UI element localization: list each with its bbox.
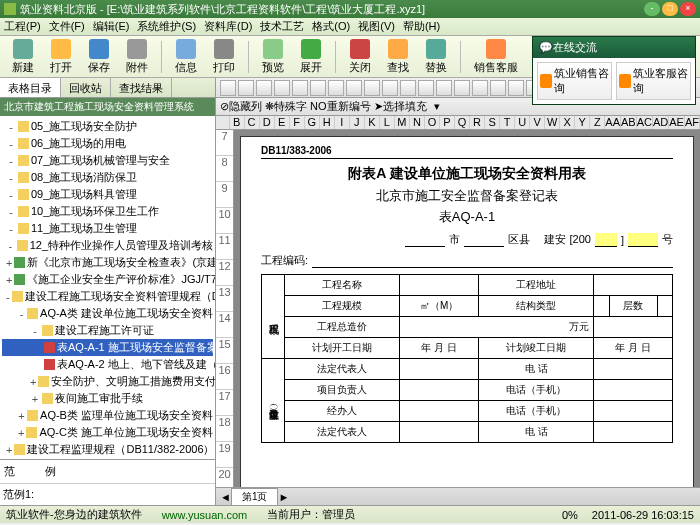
menu-item[interactable]: 系统维护(S) [137,19,196,34]
tool-保存[interactable]: 保存 [82,37,116,77]
tree-node[interactable]: +AQ-C类 施工单位施工现场安全资料 [2,424,213,441]
tree-toggle-icon[interactable]: + [30,393,40,405]
format-button[interactable] [328,80,344,96]
tree-node[interactable]: +建设工程监理规程（DB11/382-2006） [2,441,213,458]
tree-toggle-icon[interactable]: - [6,138,16,150]
format-button[interactable] [346,80,362,96]
tool-查找[interactable]: 查找 [381,37,415,77]
tree-toggle-icon[interactable]: - [30,325,40,337]
tree-node[interactable]: +AQ-B类 监理单位施工现场安全资料 [2,407,213,424]
status-url[interactable]: www.yusuan.com [162,509,248,521]
renumber-button[interactable]: NO重新编号 [310,99,371,114]
tree-node[interactable]: -08_施工现场消防保卫 [2,169,213,186]
format-button[interactable] [436,80,452,96]
tree-node[interactable]: -建设工程施工现场安全资料管理规程（DB11/ [2,288,213,305]
menu-item[interactable]: 技术工艺 [260,19,304,34]
tree-toggle-icon[interactable]: - [6,121,16,133]
city-field[interactable] [405,233,445,247]
tree-toggle-icon[interactable]: - [18,308,25,320]
format-button[interactable] [364,80,380,96]
tool-新建[interactable]: 新建 [6,37,40,77]
tree-toggle-icon[interactable]: - [6,206,16,218]
close-button[interactable]: × [680,2,696,16]
chat-support-button[interactable]: 筑业客服咨询 [616,62,691,100]
tree-node[interactable]: -AQ-A类 建设单位施工现场安全资料 [2,305,213,322]
maximize-button[interactable]: □ [662,2,678,16]
menu-item[interactable]: 文件(F) [49,19,85,34]
tool-替换[interactable]: 替换 [419,37,453,77]
format-button[interactable] [238,80,254,96]
tree-toggle-icon[interactable]: - [6,155,16,167]
format-button[interactable] [472,80,488,96]
tool-销售客服[interactable]: 销售客服 [468,37,524,77]
sidebar-tab[interactable]: 表格目录 [0,78,61,97]
menu-item[interactable]: 编辑(E) [93,19,130,34]
format-button[interactable] [256,80,272,96]
format-button[interactable] [382,80,398,96]
minimize-button[interactable]: - [644,2,660,16]
menu-item[interactable]: 视图(V) [358,19,395,34]
tree-node[interactable]: -10_施工现场环保卫生工作 [2,203,213,220]
tree-toggle-icon[interactable]: - [6,240,15,252]
tree-toggle-icon[interactable]: + [6,257,12,269]
format-button[interactable] [490,80,506,96]
nav-prev[interactable]: ◄ [220,491,231,503]
tree-node[interactable]: -建设工程施工许可证 [2,322,213,339]
hide-col-button[interactable]: ⊘隐藏列 [220,99,262,114]
tool-关闭[interactable]: 关闭 [343,37,377,77]
format-button[interactable] [274,80,290,96]
tree-toggle-icon[interactable]: + [30,376,36,388]
tree-node[interactable]: -12_特种作业操作人员管理及培训考核 [2,237,213,254]
sidebar-tab[interactable]: 回收站 [61,78,111,97]
district-field[interactable] [464,233,504,247]
tree-toggle-icon[interactable]: + [18,427,24,439]
tree-toggle-icon[interactable]: + [6,274,12,286]
tree-toggle-icon[interactable]: + [6,444,12,456]
sidebar-tab[interactable]: 查找结果 [111,78,172,97]
nav-next[interactable]: ► [278,491,289,503]
tool-展开[interactable]: 展开 [294,37,328,77]
format-button[interactable] [292,80,308,96]
format-button[interactable] [508,80,524,96]
tree-footer: 范 例 [0,459,215,483]
menu-item[interactable]: 资料库(D) [204,19,252,34]
tool-打开[interactable]: 打开 [44,37,78,77]
format-button[interactable] [418,80,434,96]
fill-select-button[interactable]: ➤选择填充 [374,99,427,114]
page-tab-1[interactable]: 第1页 [231,488,279,506]
tree-node[interactable]: +夜间施工审批手续 [2,390,213,407]
tree-toggle-icon[interactable]: - [6,223,16,235]
tree-node[interactable]: +新《北京市施工现场安全检查表》(京建施 [2,254,213,271]
menu-item[interactable]: 工程(P) [4,19,41,34]
format-button[interactable] [220,80,236,96]
tool-附件[interactable]: 附件 [120,37,154,77]
tree-toggle-icon[interactable]: - [6,189,16,201]
tool-打印[interactable]: 打印 [207,37,241,77]
tree-node[interactable]: +《施工企业安全生产评价标准》JGJ/T77-2 [2,271,213,288]
tree-node[interactable]: 表AQ-A-1 施工现场安全监督备案登 [2,339,213,356]
format-button[interactable] [310,80,326,96]
menu-item[interactable]: 帮助(H) [403,19,440,34]
tree-node[interactable]: -11_施工现场卫生管理 [2,220,213,237]
chat-sales-button[interactable]: 筑业销售咨询 [537,62,612,100]
tree-node[interactable]: -06_施工现场的用电 [2,135,213,152]
tree-node[interactable]: -05_施工现场安全防护 [2,118,213,135]
year-field[interactable] [595,233,617,247]
project-code-field[interactable] [312,254,673,268]
tool-信息[interactable]: 信息 [169,37,203,77]
tree-node[interactable]: -07_施工现场机械管理与安全 [2,152,213,169]
menu-item[interactable]: 格式(O) [312,19,350,34]
format-button[interactable] [400,80,416,96]
number-field[interactable] [628,233,658,247]
tree-node[interactable]: +安全防护、文明施工措施费用支付证 [2,373,213,390]
tool-预览[interactable]: 预览 [256,37,290,77]
document-scroll[interactable]: DB11/383-2006 附表A 建设单位施工现场安全资料用表 北京市施工安全… [234,130,700,487]
tree-view[interactable]: -05_施工现场安全防护-06_施工现场的用电-07_施工现场机械管理与安全-0… [0,116,215,459]
special-char-button[interactable]: ❋特殊字 [265,99,307,114]
tree-node[interactable]: 表AQ-A-2 地上、地下管线及建（构 [2,356,213,373]
tree-toggle-icon[interactable]: + [18,410,25,422]
tree-toggle-icon[interactable]: - [6,291,10,303]
format-button[interactable] [454,80,470,96]
tree-toggle-icon[interactable]: - [6,172,16,184]
tree-node[interactable]: -09_施工现场料具管理 [2,186,213,203]
